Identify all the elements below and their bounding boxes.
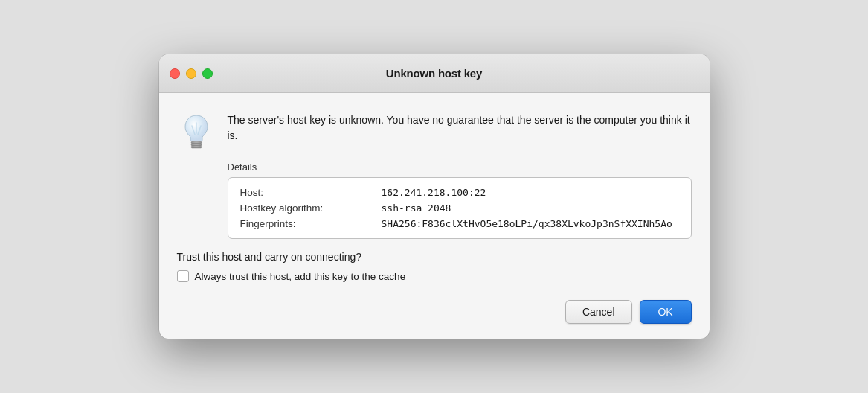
- details-box: Host: 162.241.218.100:22 Hostkey algorit…: [228, 177, 692, 239]
- ok-button[interactable]: OK: [640, 300, 692, 324]
- checkbox-row[interactable]: Always trust this host, add this key to …: [177, 270, 692, 282]
- svg-rect-5: [191, 146, 202, 148]
- cancel-button[interactable]: Cancel: [565, 300, 632, 324]
- warning-message: The server's host key is unknown. You ha…: [228, 111, 692, 144]
- message-row: The server's host key is unknown. You ha…: [177, 111, 692, 150]
- details-section: Details Host: 162.241.218.100:22 Hostkey…: [228, 162, 692, 239]
- lightbulb-icon: [177, 111, 216, 150]
- fingerprint-row: Fingerprints: SHA256:F836clXtHvO5e18oLPi…: [240, 218, 679, 229]
- always-trust-checkbox[interactable]: [177, 270, 189, 282]
- button-row: Cancel OK: [177, 297, 692, 324]
- algorithm-value: ssh-rsa 2048: [382, 202, 451, 214]
- fingerprint-value: SHA256:F836clXtHvO5e18oLPi/qx38XLvkoJp3n…: [382, 218, 672, 229]
- svg-rect-3: [191, 141, 202, 144]
- icon-area: [177, 111, 216, 150]
- title-bar: Unknown host key: [159, 54, 710, 93]
- dialog: Unknown host key: [159, 54, 710, 339]
- fingerprint-key-label: Fingerprints:: [240, 218, 382, 229]
- always-trust-label: Always trust this host, add this key to …: [195, 271, 406, 282]
- dialog-body: The server's host key is unknown. You ha…: [159, 93, 710, 339]
- close-button[interactable]: [170, 68, 180, 79]
- svg-rect-4: [191, 144, 202, 146]
- algorithm-row: Hostkey algorithm: ssh-rsa 2048: [240, 202, 679, 214]
- trust-question: Trust this host and carry on connecting?: [177, 251, 692, 263]
- zoom-button[interactable]: [202, 68, 213, 79]
- host-key-label: Host:: [240, 187, 382, 198]
- host-value: 162.241.218.100:22: [382, 187, 486, 198]
- details-label: Details: [228, 162, 692, 173]
- dialog-wrapper: Unknown host key: [0, 0, 868, 393]
- algorithm-key-label: Hostkey algorithm:: [240, 202, 382, 214]
- host-row: Host: 162.241.218.100:22: [240, 187, 679, 198]
- traffic-lights: [170, 68, 213, 79]
- minimize-button[interactable]: [186, 68, 196, 79]
- dialog-title: Unknown host key: [386, 67, 482, 80]
